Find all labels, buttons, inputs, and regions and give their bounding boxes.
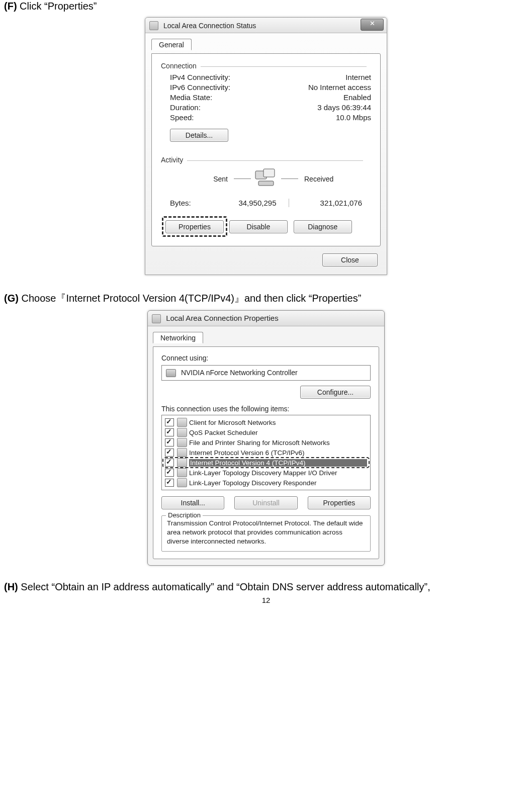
computers-icon bbox=[251, 168, 281, 190]
step-h: (H) Select “Obtain an IP address automat… bbox=[4, 581, 528, 593]
properties-button[interactable]: Properties bbox=[165, 220, 224, 233]
list-item-label: Link-Layer Topology Discovery Mapper I/O… bbox=[189, 469, 367, 477]
media-label: Media State: bbox=[170, 93, 212, 102]
divider bbox=[281, 178, 298, 179]
component-icon bbox=[177, 468, 187, 477]
divider bbox=[234, 178, 251, 179]
duration-value: 3 days 06:39:44 bbox=[317, 103, 371, 112]
checkbox-icon[interactable] bbox=[165, 418, 174, 426]
close-icon[interactable]: ✕ bbox=[361, 19, 384, 31]
checkbox-icon[interactable] bbox=[165, 459, 174, 467]
list-item[interactable]: Internet Protocol Version 6 (TCP/IPv6) bbox=[163, 448, 369, 458]
tab-general[interactable]: General bbox=[151, 39, 192, 50]
step-g-label: (G) bbox=[4, 293, 19, 304]
speed-value: 10.0 Mbps bbox=[336, 113, 371, 122]
ipv4-value: Internet bbox=[345, 73, 371, 81]
list-item[interactable]: Link-Layer Topology Discovery Mapper I/O… bbox=[163, 468, 369, 478]
list-item-ipv4[interactable]: Internet Protocol Version 4 (TCP/IPv4) bbox=[163, 458, 369, 468]
dialog2-tabstrip: Networking bbox=[148, 326, 384, 346]
list-item[interactable]: Link-Layer Topology Discovery Responder bbox=[163, 478, 369, 488]
sent-label: Sent bbox=[170, 175, 234, 183]
step-h-label: (H) bbox=[4, 581, 18, 592]
properties-button[interactable]: Properties bbox=[308, 496, 371, 509]
component-icon bbox=[177, 418, 187, 427]
dialog2-titlebar[interactable]: Local Area Connection Properties bbox=[148, 311, 384, 326]
highlight-properties: Properties bbox=[162, 216, 227, 237]
component-icon bbox=[177, 458, 187, 467]
received-label: Received bbox=[298, 175, 362, 183]
list-item-label: Client for Microsoft Networks bbox=[189, 419, 367, 426]
step-h-text: Select “Obtain an IP address automatical… bbox=[21, 581, 430, 592]
list-item-label: QoS Packet Scheduler bbox=[189, 429, 367, 436]
adapter-name: NVIDIA nForce Networking Controller bbox=[181, 369, 298, 377]
diagnose-button[interactable]: Diagnose bbox=[294, 220, 352, 233]
bytes-label: Bytes: bbox=[170, 199, 215, 207]
page-number: 12 bbox=[4, 596, 528, 604]
component-icon bbox=[177, 448, 187, 457]
step-g-text: Choose『Internet Protocol Version 4(TCP/I… bbox=[21, 293, 361, 304]
dialog2-body: Connect using: NVIDIA nForce Networking … bbox=[153, 346, 379, 559]
duration-label: Duration: bbox=[170, 103, 201, 112]
dialog1-title: Local Area Connection Status bbox=[163, 22, 256, 30]
bytes-received: 321,021,076 bbox=[289, 199, 363, 207]
network-icon bbox=[149, 21, 158, 30]
component-icon bbox=[177, 478, 187, 487]
speed-label: Speed: bbox=[170, 113, 194, 122]
adapter-icon bbox=[166, 369, 176, 377]
step-f-text: Click “Properties” bbox=[20, 1, 97, 12]
dialog1-body: Connection IPv4 Connectivity:Internet IP… bbox=[151, 53, 381, 246]
list-item[interactable]: Client for Microsoft Networks bbox=[163, 417, 369, 427]
bytes-sent: 34,950,295 bbox=[215, 199, 289, 207]
uninstall-button: Uninstall bbox=[234, 496, 297, 509]
details-button[interactable]: Details... bbox=[170, 129, 228, 142]
step-f: (F) Click “Properties” bbox=[4, 0, 528, 12]
ipv6-label: IPv6 Connectivity: bbox=[170, 83, 230, 92]
dialog1-titlebar[interactable]: Local Area Connection Status ✕ bbox=[145, 18, 387, 33]
checkbox-icon[interactable] bbox=[165, 428, 174, 436]
checkbox-icon[interactable] bbox=[165, 469, 174, 477]
items-label: This connection uses the following items… bbox=[161, 405, 371, 413]
list-item[interactable]: File and Printer Sharing for Microsoft N… bbox=[163, 437, 369, 448]
list-item-label: File and Printer Sharing for Microsoft N… bbox=[189, 439, 367, 446]
dialog1-tabstrip: General bbox=[145, 33, 387, 53]
description-label: Description bbox=[166, 511, 203, 519]
ipv6-value: No Internet access bbox=[308, 83, 371, 92]
svg-rect-1 bbox=[263, 169, 275, 177]
step-g: (G) Choose『Internet Protocol Version 4(T… bbox=[4, 292, 528, 304]
ipv4-label: IPv4 Connectivity: bbox=[170, 73, 230, 81]
description-box: Description Transmission Control Protoco… bbox=[161, 515, 371, 552]
dialog2-button-row: Install... Uninstall Properties bbox=[161, 496, 371, 509]
checkbox-icon[interactable] bbox=[165, 438, 174, 446]
connection-status-dialog: Local Area Connection Status ✕ General C… bbox=[145, 17, 387, 275]
dialog2-title: Local Area Connection Properties bbox=[166, 314, 278, 322]
group-connection: Connection bbox=[161, 62, 371, 70]
list-item[interactable]: QoS Packet Scheduler bbox=[163, 427, 369, 437]
disable-button[interactable]: Disable bbox=[229, 220, 288, 233]
close-button[interactable]: Close bbox=[322, 253, 378, 266]
dialog1-button-row: Properties Disable Diagnose bbox=[164, 216, 371, 237]
media-value: Enabled bbox=[343, 93, 371, 102]
tab-networking[interactable]: Networking bbox=[153, 332, 203, 343]
component-icon bbox=[177, 438, 187, 447]
group-activity: Activity bbox=[161, 156, 371, 164]
network-icon bbox=[152, 314, 161, 323]
checkbox-icon[interactable] bbox=[165, 479, 174, 487]
component-icon bbox=[177, 428, 187, 437]
checkbox-icon[interactable] bbox=[165, 449, 174, 457]
svg-rect-2 bbox=[258, 181, 274, 186]
configure-button[interactable]: Configure... bbox=[300, 386, 371, 399]
step-f-label: (F) bbox=[4, 1, 17, 12]
list-item-label: Internet Protocol Version 6 (TCP/IPv6) bbox=[189, 449, 367, 457]
install-button[interactable]: Install... bbox=[161, 496, 224, 509]
list-item-label: Link-Layer Topology Discovery Responder bbox=[189, 479, 367, 487]
list-item-label: Internet Protocol Version 4 (TCP/IPv4) bbox=[189, 459, 367, 467]
items-listbox[interactable]: Client for Microsoft Networks QoS Packet… bbox=[161, 415, 371, 490]
adapter-field[interactable]: NVIDIA nForce Networking Controller bbox=[161, 365, 371, 381]
connect-using-label: Connect using: bbox=[161, 354, 371, 362]
description-text: Transmission Control Protocol/Internet P… bbox=[167, 519, 365, 546]
connection-properties-dialog: Local Area Connection Properties Network… bbox=[147, 310, 385, 566]
